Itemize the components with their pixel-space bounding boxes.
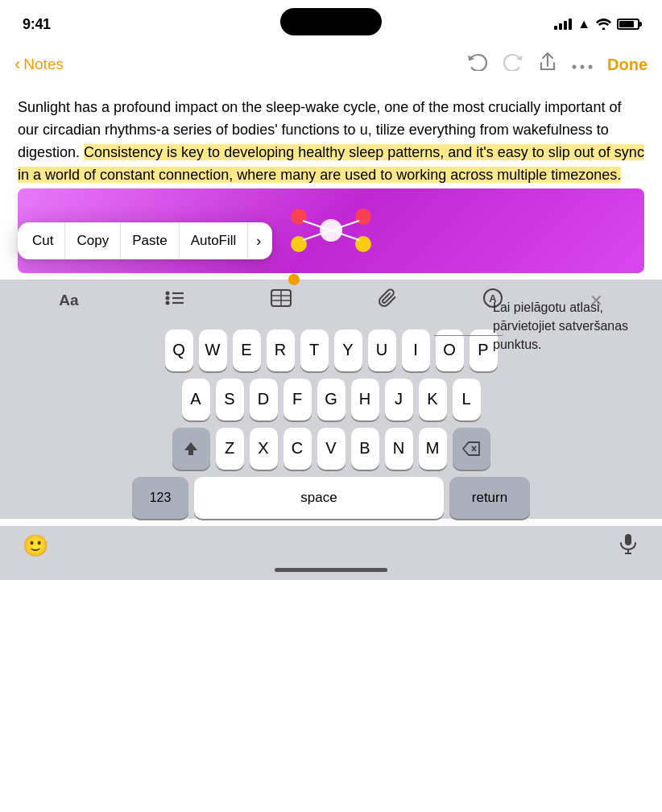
key-l[interactable]: L [453,379,481,420]
copy-button[interactable]: Copy [65,222,121,259]
key-c[interactable]: C [283,428,312,470]
content-area: Sunlight has a profound impact on the sl… [0,87,662,273]
key-k[interactable]: K [419,379,447,420]
status-icons: ▲︎ [554,17,639,31]
shift-key[interactable] [172,428,210,470]
keyboard-row-4: 123 space return [3,477,659,519]
key-m[interactable]: M [419,428,447,470]
key-f[interactable]: F [283,379,312,420]
space-key[interactable]: space [194,477,444,519]
key-i[interactable]: I [402,329,430,371]
key-r[interactable]: R [267,329,295,371]
toolbar-icons [467,52,593,77]
share-icon[interactable] [538,52,557,77]
wifi-icon [596,19,611,30]
svg-point-15 [165,291,169,295]
more-icon[interactable] [572,54,593,75]
key-v[interactable]: V [317,428,345,470]
svg-rect-30 [625,534,631,545]
key-w[interactable]: W [199,329,227,371]
back-chevron-icon: ‹ [14,54,20,75]
key-h[interactable]: H [351,379,379,420]
home-indicator [0,568,662,580]
wifi-icon: ▲︎ [577,17,590,31]
key-e[interactable]: E [233,329,261,371]
molecule-illustration [250,194,412,267]
key-j[interactable]: J [385,379,413,420]
context-menu: Cut Copy Paste AutoFill › [18,222,272,259]
key-n[interactable]: N [385,428,413,470]
more-context-button[interactable]: › [248,222,269,259]
number-key[interactable]: 123 [132,477,188,519]
svg-point-0 [602,27,606,30]
key-s[interactable]: S [216,379,244,420]
svg-point-8 [355,209,371,225]
note-text[interactable]: Sunlight has a profound impact on the sl… [18,97,644,187]
delete-key[interactable] [453,428,490,470]
key-y[interactable]: Y [334,329,362,371]
autofill-button[interactable]: AutoFill [180,222,249,259]
selection-handle[interactable] [288,274,300,285]
key-d[interactable]: D [250,379,278,420]
key-z[interactable]: Z [216,428,244,470]
home-bar [275,568,387,572]
key-g[interactable]: G [317,379,345,420]
undo-icon[interactable] [467,53,488,76]
key-q[interactable]: Q [165,329,193,371]
svg-point-4 [581,65,585,69]
dynamic-island [280,8,382,35]
bottom-row: 🙂 [0,526,662,568]
key-b[interactable]: B [351,428,379,470]
table-format-icon[interactable] [271,289,292,312]
microphone-button[interactable] [617,532,639,560]
back-label: Notes [23,56,64,73]
svg-point-10 [355,236,371,252]
svg-marker-27 [184,442,197,455]
highlighted-text: Consistency is key to developing healthy… [18,144,644,183]
emoji-button[interactable]: 🙂 [23,533,48,558]
keyboard-row-3: Z X C V B N M [3,428,659,470]
attachment-icon[interactable] [378,288,397,313]
svg-point-9 [291,236,307,252]
paste-button[interactable]: Paste [121,222,179,259]
svg-point-3 [573,65,577,69]
svg-point-7 [291,209,307,225]
done-button[interactable]: Done [607,56,648,74]
status-time: 9:41 [23,16,51,33]
battery-icon [617,19,639,30]
list-format-icon[interactable] [164,289,185,312]
keyboard-row-2: A S D F G H J K L [3,379,659,420]
key-u[interactable]: U [368,329,396,371]
key-a[interactable]: A [182,379,210,420]
svg-point-5 [589,65,593,69]
signal-icon [554,19,572,30]
key-x[interactable]: X [250,428,278,470]
svg-point-17 [165,300,169,304]
key-t[interactable]: T [300,329,329,371]
back-button[interactable]: ‹ Notes [14,54,467,75]
cut-button[interactable]: Cut [21,222,65,259]
font-format-icon[interactable]: Aa [59,292,78,309]
annotation-text: Lai pielāgotu atlasi, pārvietojiet satve… [493,298,654,354]
return-key[interactable]: return [449,477,530,519]
svg-point-16 [165,296,169,300]
redo-icon[interactable] [503,53,523,76]
annotation-line [434,335,503,336]
toolbar: ‹ Notes [0,42,662,87]
